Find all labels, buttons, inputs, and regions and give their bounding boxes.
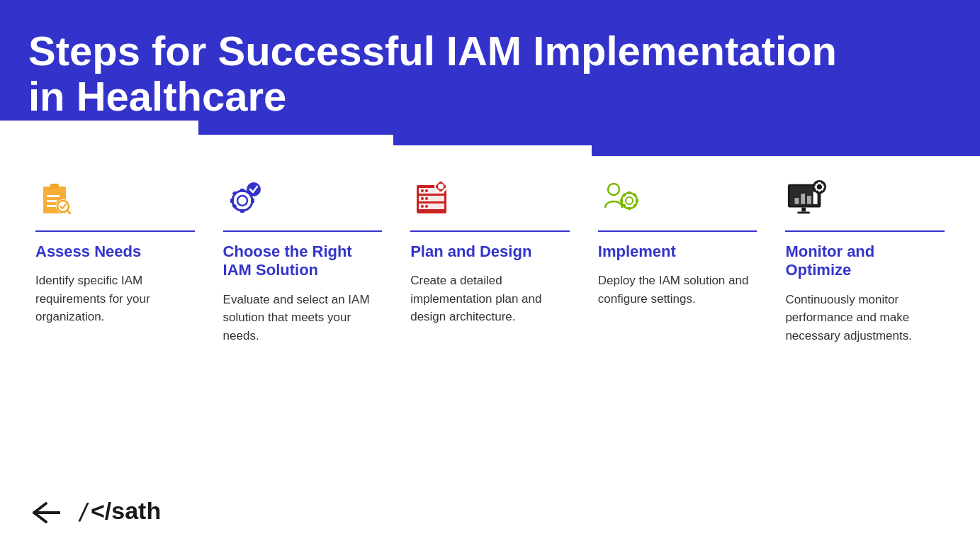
svg-point-27: [425, 205, 428, 208]
page-wrapper: Steps for Successful IAM Implementation …: [0, 0, 980, 546]
svg-point-23: [425, 189, 428, 192]
stair-1: [0, 121, 198, 156]
svg-rect-31: [439, 189, 442, 191]
svg-rect-51: [802, 207, 806, 211]
step-2-divider: [223, 230, 383, 232]
step-1-description: Identify specific IAM requirements for y…: [35, 272, 195, 326]
svg-rect-30: [439, 182, 442, 184]
step-4-title: Implement: [598, 243, 757, 261]
step-5-title: Monitor and Optimize: [785, 243, 945, 280]
clipboard-search-icon: [35, 177, 78, 220]
step-4-description: Deploy the IAM solution and configure se…: [598, 272, 757, 308]
step-3-description: Create a detailed implementation plan an…: [410, 272, 570, 326]
step-assess: Assess Needs Identify specific IAM requi…: [21, 156, 209, 340]
svg-rect-13: [251, 199, 254, 203]
svg-rect-37: [628, 191, 631, 194]
svg-point-17: [247, 182, 261, 196]
header-title-line2: in Healthcare: [28, 73, 286, 119]
svg-rect-10: [240, 189, 244, 192]
step-monitor: Monitor and Optimize Continuously monito…: [771, 156, 959, 359]
svg-point-22: [421, 189, 424, 192]
svg-rect-55: [818, 182, 821, 184]
svg-rect-49: [807, 196, 811, 204]
content-area: Assess Needs Identify specific IAM requi…: [0, 156, 980, 546]
svg-rect-11: [240, 209, 244, 213]
svg-rect-58: [823, 185, 825, 188]
logo-area: /</sath: [28, 496, 161, 525]
stair-3: [393, 145, 592, 156]
svg-rect-33: [444, 185, 446, 188]
step-1-title: Assess Needs: [35, 243, 195, 261]
svg-line-7: [67, 210, 70, 213]
step-choose: Choose the Right IAM Solution Evaluate a…: [209, 156, 397, 359]
svg-point-24: [421, 197, 424, 200]
step-2-description: Evaluate and select an IAM solution that…: [223, 291, 383, 345]
svg-rect-40: [636, 199, 638, 202]
svg-rect-48: [801, 194, 806, 204]
monitor-chart-icon: [785, 177, 828, 220]
step-5-description: Continuously monitor performance and mak…: [785, 291, 945, 345]
logo-slash: /: [77, 498, 91, 525]
blueprint-icon: [410, 177, 453, 220]
svg-rect-1: [50, 184, 59, 189]
gear-person-icon: [598, 177, 641, 220]
header-section: Steps for Successful IAM Implementation …: [0, 0, 980, 156]
svg-point-34: [608, 184, 619, 195]
svg-rect-56: [818, 189, 821, 191]
svg-point-36: [626, 197, 633, 204]
svg-rect-39: [620, 199, 623, 202]
logo-brand-text: </sath: [91, 497, 161, 524]
staircase-container: [0, 117, 980, 156]
logo-text: /</sath: [28, 496, 161, 525]
svg-point-9: [237, 196, 247, 206]
step-implement: Implement Deploy the IAM solution and co…: [584, 156, 772, 322]
svg-rect-2: [47, 195, 60, 197]
svg-rect-50: [813, 191, 818, 204]
svg-rect-38: [628, 207, 631, 210]
svg-rect-32: [436, 185, 438, 188]
step-2-title: Choose the Right IAM Solution: [223, 243, 383, 280]
svg-point-25: [425, 197, 428, 200]
settings-check-icon: [223, 177, 266, 220]
step-3-title: Plan and Design: [410, 243, 570, 261]
header-title: Steps for Successful IAM Implementation …: [28, 28, 952, 119]
svg-rect-47: [795, 198, 799, 204]
step-plan: Plan and Design Create a detailed implem…: [396, 156, 584, 340]
stair-2: [198, 135, 393, 156]
step-5-divider: [785, 230, 945, 232]
svg-rect-12: [230, 199, 234, 203]
step-4-divider: [598, 230, 757, 232]
svg-rect-52: [798, 211, 810, 213]
svg-rect-3: [47, 200, 57, 202]
svg-point-26: [421, 205, 424, 208]
step-1-divider: [35, 230, 195, 232]
step-3-divider: [410, 230, 570, 232]
header-title-line1: Steps for Successful IAM Implementation: [28, 28, 837, 74]
svg-rect-57: [815, 185, 817, 188]
